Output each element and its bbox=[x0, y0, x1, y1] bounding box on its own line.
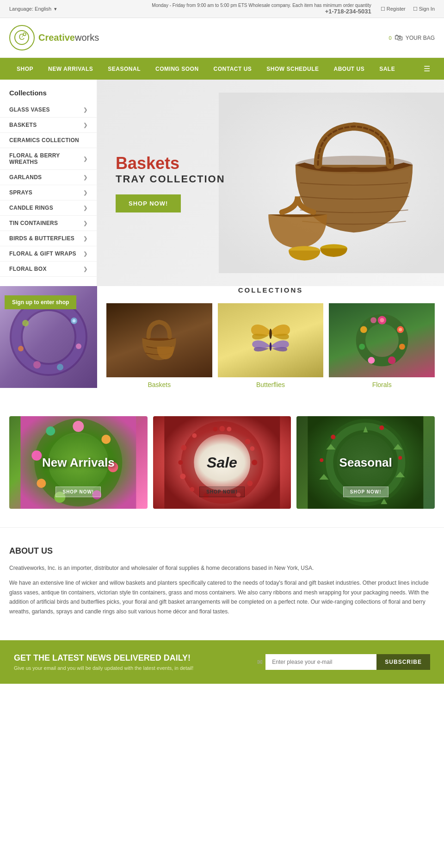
chevron-right-icon: ❯ bbox=[83, 205, 87, 211]
nav-shop[interactable]: SHOP bbox=[9, 59, 41, 79]
newsletter-subtitle: Give us your email and you will be daily… bbox=[14, 665, 243, 671]
chevron-right-icon: ❯ bbox=[83, 190, 87, 196]
sidebar-item-tin-containers[interactable]: TIN CONTAINERS ❯ bbox=[0, 216, 97, 231]
logo-text: Creativeworks bbox=[38, 32, 99, 43]
sidebar-item-sprays[interactable]: SPRAYS ❯ bbox=[0, 185, 97, 200]
signin-link[interactable]: ☐ Sign In bbox=[413, 6, 435, 12]
nav-contact-us[interactable]: CONTACT US bbox=[206, 59, 259, 79]
promo-new-arrivals-shop-btn[interactable]: SHOP NOW! bbox=[56, 487, 101, 497]
signup-button[interactable]: Sign up to enter shop bbox=[5, 295, 76, 309]
sidebar-item-birds-butterflies[interactable]: BIRDS & BUTTERFLIES ❯ bbox=[0, 231, 97, 246]
logo[interactable]: C Creativeworks bbox=[9, 25, 99, 50]
top-bar-right: Monday - Friday from 9:00 am to 5:00 pm … bbox=[152, 3, 435, 15]
promo-new-arrivals[interactable]: New Arrivals SHOP NOW! bbox=[9, 416, 148, 509]
nav-sale[interactable]: SALE bbox=[372, 59, 402, 79]
nav-new-arrivals[interactable]: NEW ARRIVALS bbox=[41, 59, 100, 79]
chevron-right-icon: ❯ bbox=[83, 122, 87, 128]
main-nav: SHOP NEW ARRIVALS SEASONAL COMING SOON C… bbox=[0, 58, 444, 80]
header: C Creativeworks 0 🛍 YOUR BAG bbox=[0, 18, 444, 58]
collection-baskets[interactable]: Baskets bbox=[106, 303, 212, 388]
mid-section: Sign up to enter shop bbox=[0, 286, 444, 388]
collections-grid: COLLECTIONS Baskets bbox=[97, 286, 444, 388]
about-section: ABOUT US Creativeworks, Inc. is an impor… bbox=[0, 527, 444, 640]
chevron-right-icon: ❯ bbox=[83, 251, 87, 257]
dropdown-arrow-icon: ▾ bbox=[54, 6, 57, 12]
svg-point-30 bbox=[360, 326, 367, 333]
hero-title-sub: TRAY COLLECTION bbox=[116, 173, 225, 185]
search-icon[interactable]: ☰ bbox=[419, 58, 435, 80]
promo-seasonal-text: Seasonal bbox=[339, 456, 392, 470]
svg-point-21 bbox=[361, 319, 403, 362]
about-para2: We have an extensive line of wicker and … bbox=[9, 578, 435, 616]
language-selector[interactable]: Language: English ▾ bbox=[9, 6, 57, 12]
top-bar: Language: English ▾ Monday - Friday from… bbox=[0, 0, 444, 18]
promo-seasonal[interactable]: Seasonal SHOP NOW! bbox=[296, 416, 435, 509]
newsletter-email-input[interactable] bbox=[265, 654, 376, 670]
floral-label: Florals bbox=[329, 381, 435, 388]
svg-point-35 bbox=[101, 435, 111, 444]
svg-point-17 bbox=[33, 361, 41, 368]
chevron-right-icon: ❯ bbox=[83, 236, 87, 242]
svg-point-34 bbox=[73, 421, 84, 432]
phone-number: +1-718-234-5031 bbox=[325, 8, 371, 15]
sidebar-item-ceramics[interactable]: CERAMICS COLLECTION bbox=[0, 133, 97, 148]
floral-collection-image bbox=[329, 303, 435, 377]
signup-panel: Sign up to enter shop bbox=[0, 286, 97, 388]
svg-point-14 bbox=[76, 343, 81, 349]
sidebar-item-floral-berry[interactable]: FLORAL & BERRY WREATHS ❯ bbox=[0, 148, 97, 170]
svg-point-23 bbox=[380, 318, 384, 322]
butterfly-label: Butterflies bbox=[218, 381, 324, 388]
svg-point-39 bbox=[37, 479, 46, 488]
collection-florals[interactable]: Florals bbox=[329, 303, 435, 388]
bag-icon: 🛍 bbox=[395, 33, 403, 43]
nav-show-schedule[interactable]: SHOW SCHEDULE bbox=[259, 59, 326, 79]
sidebar-item-floral-gift[interactable]: FLORAL & GIFT WRAPS ❯ bbox=[0, 246, 97, 262]
svg-point-13 bbox=[73, 319, 76, 323]
hero-content: Baskets TRAY COLLECTION SHOP NOW! bbox=[97, 135, 244, 231]
promo-seasonal-shop-btn[interactable]: SHOP NOW! bbox=[343, 487, 388, 497]
svg-point-26 bbox=[399, 343, 405, 350]
svg-point-19 bbox=[269, 329, 272, 339]
newsletter-subscribe-button[interactable]: SUBSCRIBE bbox=[376, 654, 430, 670]
sidebar-item-garlands[interactable]: GARLANDS ❯ bbox=[0, 170, 97, 185]
svg-point-9 bbox=[16, 305, 81, 369]
newsletter-form: ✉ SUBSCRIBE bbox=[257, 654, 430, 670]
newsletter-title: GET THE LATEST NEWS DELIVERED DAILY! bbox=[14, 653, 243, 663]
register-link[interactable]: ☐ Register bbox=[381, 6, 406, 12]
svg-point-49 bbox=[252, 460, 257, 465]
chevron-right-icon: ❯ bbox=[83, 107, 87, 113]
svg-point-18 bbox=[57, 364, 63, 370]
svg-point-16 bbox=[18, 346, 24, 351]
chevron-right-icon: ❯ bbox=[83, 220, 87, 226]
svg-point-27 bbox=[388, 356, 396, 364]
sidebar-item-floral-box[interactable]: FLORAL BOX ❯ bbox=[0, 262, 97, 277]
contact-info: Monday - Friday from 9:00 am to 5:00 pm … bbox=[152, 3, 371, 15]
sidebar-item-glass-vases[interactable]: GLASS VASES ❯ bbox=[0, 102, 97, 118]
sidebar-title: Collections bbox=[0, 89, 97, 102]
logo-icon: C bbox=[9, 25, 35, 50]
nav-coming-soon[interactable]: COMING SOON bbox=[148, 59, 206, 79]
svg-point-55 bbox=[178, 460, 183, 465]
sidebar-item-candle-rings[interactable]: CANDLE RINGS ❯ bbox=[0, 200, 97, 216]
collections-header: COLLECTIONS bbox=[106, 286, 435, 294]
register-icon: ☐ bbox=[381, 6, 385, 12]
svg-point-28 bbox=[368, 357, 375, 364]
auth-links: ☐ Register ☐ Sign In bbox=[381, 6, 435, 12]
chevron-right-icon: ❯ bbox=[83, 156, 87, 162]
nav-seasonal[interactable]: SEASONAL bbox=[100, 59, 148, 79]
nav-about-us[interactable]: ABOUT US bbox=[327, 59, 372, 79]
promo-sale-text: Sale bbox=[207, 454, 237, 471]
promo-sale[interactable]: Sale SHOP NOW! bbox=[153, 416, 291, 509]
svg-point-15 bbox=[22, 320, 29, 326]
hero-shop-button[interactable]: SHOP NOW! bbox=[116, 194, 181, 212]
promo-section: New Arrivals SHOP NOW! bbox=[0, 416, 444, 509]
hero-title-main: Baskets bbox=[116, 154, 225, 173]
shopping-bag[interactable]: 0 🛍 YOUR BAG bbox=[389, 33, 435, 43]
promo-sale-shop-btn[interactable]: SHOP NOW! bbox=[199, 487, 245, 497]
sidebar-item-baskets[interactable]: BASKETS ❯ bbox=[0, 118, 97, 133]
svg-point-29 bbox=[359, 343, 365, 350]
about-title: ABOUT US bbox=[9, 546, 435, 556]
bag-count: 0 bbox=[389, 35, 392, 41]
spacer bbox=[0, 388, 444, 416]
collection-butterflies[interactable]: Butterflies bbox=[218, 303, 324, 388]
